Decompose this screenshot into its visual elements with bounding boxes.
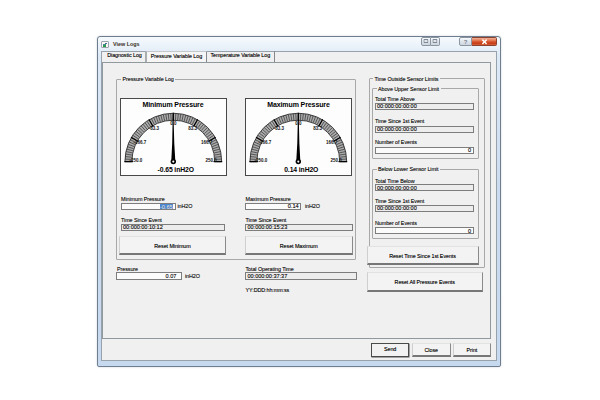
svg-text:83.3: 83.3	[188, 126, 197, 131]
svg-text:83.3: 83.3	[313, 126, 322, 131]
svg-text:250.0: 250.0	[205, 158, 217, 163]
svg-text:-166.7: -166.7	[258, 140, 271, 145]
svg-text:-83.3: -83.3	[148, 126, 159, 131]
svg-text:166.7: 166.7	[201, 140, 213, 145]
svg-text:250.0: 250.0	[330, 158, 342, 163]
svg-text:-250.0: -250.0	[129, 158, 142, 163]
svg-text:-250.0: -250.0	[255, 158, 268, 163]
svg-text:166.7: 166.7	[326, 140, 338, 145]
svg-text:-166.7: -166.7	[133, 140, 146, 145]
svg-text:-83.3: -83.3	[274, 126, 285, 131]
